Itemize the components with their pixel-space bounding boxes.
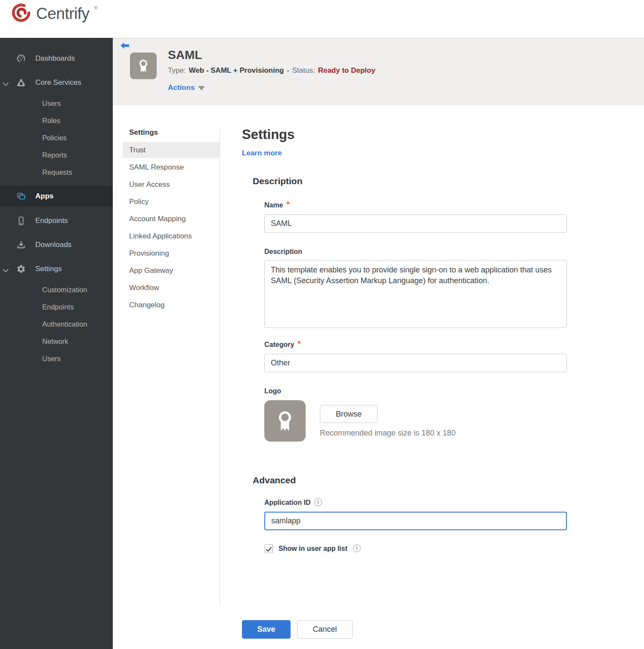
sidebar-item-label: Apps [35,192,54,201]
caret-down-icon [198,86,205,90]
app-header-band: SAML Type: Web - SAML + Provisioning • S… [113,38,644,105]
page: Centrify ® Dashboards [0,0,644,649]
centrify-swirl-icon [11,3,32,25]
sidebar: Dashboards Core Services Users Roles Pol… [0,38,113,649]
phone-icon [16,216,26,226]
learn-more-link[interactable]: Learn more [242,149,282,158]
type-label: Type: [168,66,186,75]
settings-form: Settings Learn more Description Name * D… [242,105,569,639]
subnav-item-policy[interactable]: Policy [123,194,220,211]
sidebar-item-label: Core Services [35,78,81,87]
content-area: SAML Type: Web - SAML + Provisioning • S… [113,38,644,649]
sidebar-item-label: Downloads [35,241,71,249]
apps-icon [16,192,26,201]
advanced-section-heading: Advanced [253,476,569,485]
chevron-down-icon [3,266,9,272]
required-asterisk: * [287,201,290,207]
show-in-app-list-label: Show in user app list [279,545,347,553]
sidebar-item-users-settings[interactable]: Users [0,350,113,367]
info-icon[interactable]: i [314,498,322,506]
description-label: Description [264,248,569,256]
show-in-app-list-checkbox[interactable] [264,544,273,553]
subnav-item-changelog[interactable]: Changelog [123,297,220,314]
sidebar-item-dashboards[interactable]: Dashboards [0,46,113,71]
save-button[interactable]: Save [242,620,291,639]
app-title: SAML [168,48,202,62]
dashboard-gauge-icon [16,54,26,63]
subnav-item-app-gateway[interactable]: App Gateway [123,263,220,280]
type-value: Web - SAML + Provisioning [189,66,284,75]
subnav-item-workflow[interactable]: Workflow [123,280,220,297]
status-label: Status: [292,66,315,75]
logo-label: Logo [264,387,569,395]
content-body: Settings Trust SAML Response User Access… [113,105,644,639]
vertical-divider [220,129,220,606]
sidebar-item-policies[interactable]: Policies [0,129,113,146]
subnav-heading: Settings [123,128,220,137]
app-meta: Type: Web - SAML + Provisioning • Status… [168,66,375,75]
brand-name: Centrify [36,5,89,23]
sidebar-item-authentication[interactable]: Authentication [0,315,113,333]
sidebar-item-label: Dashboards [35,54,75,63]
brand-logo: Centrify ® [11,3,97,25]
settings-subnav: Settings Trust SAML Response User Access… [113,105,220,314]
description-textarea[interactable]: This template enables you to provide sin… [264,260,567,328]
gear-icon [16,264,26,274]
form-footer: Save Cancel [242,620,569,639]
core-services-icon [16,78,26,87]
sidebar-item-reports[interactable]: Reports [0,146,113,164]
sidebar-item-users[interactable]: Users [0,95,113,112]
required-asterisk: * [297,341,300,347]
application-id-input[interactable] [264,512,567,530]
logo-size-hint: Recommended image size is 180 x 180 [320,429,455,438]
subnav-item-saml-response[interactable]: SAML Response [123,159,220,176]
sidebar-item-settings[interactable]: Settings [0,257,113,281]
status-value: Ready to Deploy [318,66,375,75]
name-input[interactable] [264,214,567,233]
download-icon [16,240,26,250]
category-label: Category * [264,341,569,349]
application-id-label: Application ID i [264,499,569,507]
logo-controls: Browse Recommended image size is 180 x 1… [320,400,455,438]
registered-mark: ® [94,5,97,10]
app-award-icon [130,53,157,79]
sidebar-item-endpoints-settings[interactable]: Endpoints [0,298,113,315]
subnav-item-provisioning[interactable]: Provisioning [123,245,220,263]
sidebar-item-label: Endpoints [35,216,68,225]
subnav-item-account-mapping[interactable]: Account Mapping [123,211,220,228]
subnav-item-user-access[interactable]: User Access [123,176,220,194]
separator-dot: • [287,67,289,74]
page-title: Settings [242,127,569,142]
sidebar-item-downloads[interactable]: Downloads [0,233,113,257]
category-input[interactable] [264,354,567,372]
logo-preview [264,400,306,442]
chevron-down-icon [3,80,9,86]
show-in-app-list-row: Show in user app list i [264,544,569,553]
top-bar: Centrify ® [0,0,644,38]
sidebar-item-customization[interactable]: Customization [0,281,113,298]
name-label: Name * [264,201,569,209]
sidebar-item-apps[interactable]: Apps [0,186,113,206]
back-arrow-icon[interactable] [120,41,130,51]
sidebar-item-core-services[interactable]: Core Services [0,71,113,95]
cancel-button[interactable]: Cancel [297,620,353,639]
sidebar-item-requests[interactable]: Requests [0,164,113,181]
sidebar-item-label: Settings [35,265,62,273]
core-services-subgroup: Users Roles Policies Reports Requests [0,95,113,181]
actions-menu-button[interactable]: Actions [168,83,205,92]
info-icon[interactable]: i [353,544,361,552]
browse-button[interactable]: Browse [320,405,378,423]
sidebar-item-endpoints[interactable]: Endpoints [0,209,113,233]
logo-row: Browse Recommended image size is 180 x 1… [264,400,569,442]
settings-subgroup: Customization Endpoints Authentication N… [0,281,113,367]
description-section-heading: Description [253,176,569,186]
subnav-item-linked-applications[interactable]: Linked Applications [123,228,220,245]
actions-label: Actions [168,83,195,92]
sidebar-item-roles[interactable]: Roles [0,112,113,129]
sidebar-item-network[interactable]: Network [0,333,113,350]
subnav-list: Trust SAML Response User Access Policy A… [123,142,220,314]
subnav-item-trust[interactable]: Trust [123,142,220,158]
